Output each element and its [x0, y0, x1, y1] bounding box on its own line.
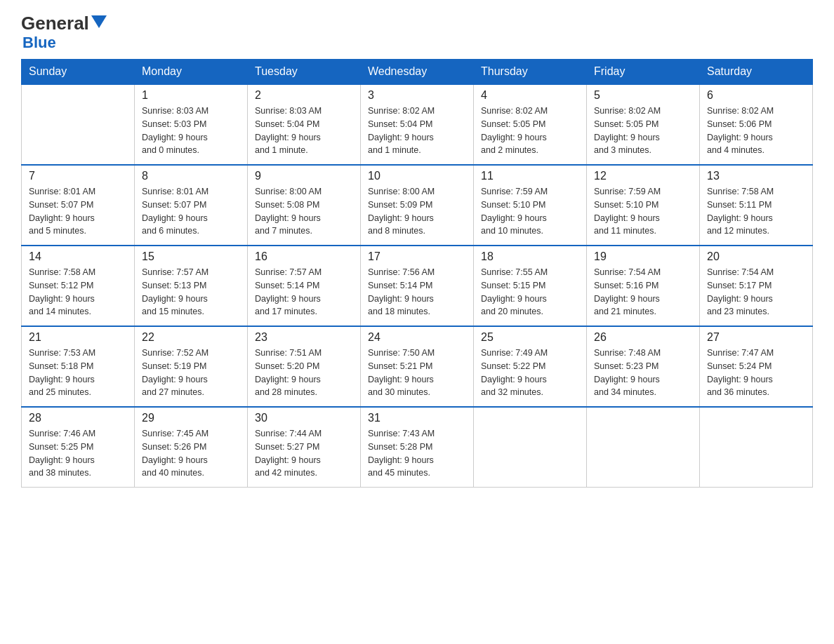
day-info: Sunrise: 7:50 AM Sunset: 5:21 PM Dayligh…: [368, 347, 466, 399]
day-number: 10: [368, 170, 466, 182]
day-info: Sunrise: 7:52 AM Sunset: 5:19 PM Dayligh…: [142, 347, 240, 399]
week-row-3: 14Sunrise: 7:58 AM Sunset: 5:12 PM Dayli…: [22, 246, 813, 326]
day-cell-28: 28Sunrise: 7:46 AM Sunset: 5:25 PM Dayli…: [22, 407, 135, 488]
day-cell-22: 22Sunrise: 7:52 AM Sunset: 5:19 PM Dayli…: [135, 326, 248, 407]
day-info: Sunrise: 7:58 AM Sunset: 5:12 PM Dayligh…: [29, 266, 127, 318]
day-info: Sunrise: 7:57 AM Sunset: 5:13 PM Dayligh…: [142, 266, 240, 318]
logo-triangle-icon: [91, 15, 107, 28]
week-row-1: 1Sunrise: 8:03 AM Sunset: 5:03 PM Daylig…: [22, 84, 813, 165]
day-cell-18: 18Sunrise: 7:55 AM Sunset: 5:15 PM Dayli…: [474, 246, 587, 326]
day-info: Sunrise: 7:46 AM Sunset: 5:25 PM Dayligh…: [29, 427, 127, 480]
day-number: 8: [142, 170, 240, 182]
day-info: Sunrise: 7:45 AM Sunset: 5:26 PM Dayligh…: [142, 427, 240, 480]
day-info: Sunrise: 7:59 AM Sunset: 5:10 PM Dayligh…: [594, 185, 692, 238]
day-number: 19: [594, 250, 692, 263]
day-info: Sunrise: 8:02 AM Sunset: 5:05 PM Dayligh…: [481, 105, 579, 157]
empty-cell: [587, 407, 700, 488]
day-info: Sunrise: 7:53 AM Sunset: 5:18 PM Dayligh…: [29, 347, 127, 399]
day-info: Sunrise: 7:55 AM Sunset: 5:15 PM Dayligh…: [481, 266, 579, 318]
day-number: 29: [142, 412, 240, 424]
svg-marker-0: [91, 15, 107, 28]
day-number: 6: [707, 89, 805, 102]
day-number: 20: [707, 250, 805, 263]
day-cell-30: 30Sunrise: 7:44 AM Sunset: 5:27 PM Dayli…: [248, 407, 361, 488]
logo-general-text: General: [21, 14, 89, 32]
day-number: 21: [29, 331, 127, 344]
day-headers-row: SundayMondayTuesdayWednesdayThursdayFrid…: [22, 60, 813, 85]
day-info: Sunrise: 7:54 AM Sunset: 5:16 PM Dayligh…: [594, 266, 692, 318]
day-info: Sunrise: 8:01 AM Sunset: 5:07 PM Dayligh…: [29, 185, 127, 238]
day-number: 26: [594, 331, 692, 344]
day-info: Sunrise: 7:56 AM Sunset: 5:14 PM Dayligh…: [368, 266, 466, 318]
logo-blue-text: Blue: [22, 34, 56, 52]
day-cell-31: 31Sunrise: 7:43 AM Sunset: 5:28 PM Dayli…: [361, 407, 474, 488]
week-row-4: 21Sunrise: 7:53 AM Sunset: 5:18 PM Dayli…: [22, 326, 813, 407]
day-cell-11: 11Sunrise: 7:59 AM Sunset: 5:10 PM Dayli…: [474, 165, 587, 246]
day-info: Sunrise: 8:00 AM Sunset: 5:09 PM Dayligh…: [368, 185, 466, 238]
day-info: Sunrise: 7:59 AM Sunset: 5:10 PM Dayligh…: [481, 185, 579, 238]
day-header-tuesday: Tuesday: [248, 60, 361, 85]
day-cell-26: 26Sunrise: 7:48 AM Sunset: 5:23 PM Dayli…: [587, 326, 700, 407]
day-number: 9: [255, 170, 353, 182]
day-info: Sunrise: 7:57 AM Sunset: 5:14 PM Dayligh…: [255, 266, 353, 318]
day-cell-15: 15Sunrise: 7:57 AM Sunset: 5:13 PM Dayli…: [135, 246, 248, 326]
day-number: 17: [368, 250, 466, 263]
day-number: 27: [707, 331, 805, 344]
day-cell-3: 3Sunrise: 8:02 AM Sunset: 5:04 PM Daylig…: [361, 84, 474, 165]
empty-cell: [22, 84, 135, 165]
day-info: Sunrise: 8:03 AM Sunset: 5:04 PM Dayligh…: [255, 105, 353, 157]
calendar-table: SundayMondayTuesdayWednesdayThursdayFrid…: [21, 59, 813, 488]
day-cell-13: 13Sunrise: 7:58 AM Sunset: 5:11 PM Dayli…: [700, 165, 813, 246]
day-number: 30: [255, 412, 353, 424]
day-header-saturday: Saturday: [700, 60, 813, 85]
day-number: 15: [142, 250, 240, 263]
day-cell-14: 14Sunrise: 7:58 AM Sunset: 5:12 PM Dayli…: [22, 246, 135, 326]
day-cell-29: 29Sunrise: 7:45 AM Sunset: 5:26 PM Dayli…: [135, 407, 248, 488]
day-cell-23: 23Sunrise: 7:51 AM Sunset: 5:20 PM Dayli…: [248, 326, 361, 407]
day-cell-25: 25Sunrise: 7:49 AM Sunset: 5:22 PM Dayli…: [474, 326, 587, 407]
day-number: 23: [255, 331, 353, 344]
day-info: Sunrise: 7:49 AM Sunset: 5:22 PM Dayligh…: [481, 347, 579, 399]
day-cell-7: 7Sunrise: 8:01 AM Sunset: 5:07 PM Daylig…: [22, 165, 135, 246]
day-cell-4: 4Sunrise: 8:02 AM Sunset: 5:05 PM Daylig…: [474, 84, 587, 165]
day-number: 31: [368, 412, 466, 424]
week-row-5: 28Sunrise: 7:46 AM Sunset: 5:25 PM Dayli…: [22, 407, 813, 488]
day-info: Sunrise: 7:43 AM Sunset: 5:28 PM Dayligh…: [368, 427, 466, 480]
day-info: Sunrise: 8:03 AM Sunset: 5:03 PM Dayligh…: [142, 105, 240, 157]
logo: General Blue: [21, 14, 107, 52]
day-cell-10: 10Sunrise: 8:00 AM Sunset: 5:09 PM Dayli…: [361, 165, 474, 246]
day-cell-27: 27Sunrise: 7:47 AM Sunset: 5:24 PM Dayli…: [700, 326, 813, 407]
day-cell-8: 8Sunrise: 8:01 AM Sunset: 5:07 PM Daylig…: [135, 165, 248, 246]
day-info: Sunrise: 7:58 AM Sunset: 5:11 PM Dayligh…: [707, 185, 805, 238]
day-cell-17: 17Sunrise: 7:56 AM Sunset: 5:14 PM Dayli…: [361, 246, 474, 326]
day-number: 22: [142, 331, 240, 344]
day-info: Sunrise: 8:00 AM Sunset: 5:08 PM Dayligh…: [255, 185, 353, 238]
day-cell-20: 20Sunrise: 7:54 AM Sunset: 5:17 PM Dayli…: [700, 246, 813, 326]
day-info: Sunrise: 7:54 AM Sunset: 5:17 PM Dayligh…: [707, 266, 805, 318]
day-info: Sunrise: 7:44 AM Sunset: 5:27 PM Dayligh…: [255, 427, 353, 480]
day-info: Sunrise: 7:48 AM Sunset: 5:23 PM Dayligh…: [594, 347, 692, 399]
day-number: 7: [29, 170, 127, 182]
day-info: Sunrise: 8:02 AM Sunset: 5:06 PM Dayligh…: [707, 105, 805, 157]
day-number: 2: [255, 89, 353, 102]
day-number: 12: [594, 170, 692, 182]
day-cell-9: 9Sunrise: 8:00 AM Sunset: 5:08 PM Daylig…: [248, 165, 361, 246]
day-cell-5: 5Sunrise: 8:02 AM Sunset: 5:05 PM Daylig…: [587, 84, 700, 165]
day-cell-21: 21Sunrise: 7:53 AM Sunset: 5:18 PM Dayli…: [22, 326, 135, 407]
day-header-wednesday: Wednesday: [361, 60, 474, 85]
empty-cell: [700, 407, 813, 488]
day-info: Sunrise: 7:47 AM Sunset: 5:24 PM Dayligh…: [707, 347, 805, 399]
day-number: 24: [368, 331, 466, 344]
page-header: General Blue: [21, 14, 813, 52]
day-header-sunday: Sunday: [22, 60, 135, 85]
day-number: 13: [707, 170, 805, 182]
day-header-monday: Monday: [135, 60, 248, 85]
day-cell-19: 19Sunrise: 7:54 AM Sunset: 5:16 PM Dayli…: [587, 246, 700, 326]
day-info: Sunrise: 8:02 AM Sunset: 5:04 PM Dayligh…: [368, 105, 466, 157]
day-number: 14: [29, 250, 127, 263]
day-number: 3: [368, 89, 466, 102]
day-info: Sunrise: 7:51 AM Sunset: 5:20 PM Dayligh…: [255, 347, 353, 399]
day-cell-16: 16Sunrise: 7:57 AM Sunset: 5:14 PM Dayli…: [248, 246, 361, 326]
day-header-friday: Friday: [587, 60, 700, 85]
day-number: 5: [594, 89, 692, 102]
